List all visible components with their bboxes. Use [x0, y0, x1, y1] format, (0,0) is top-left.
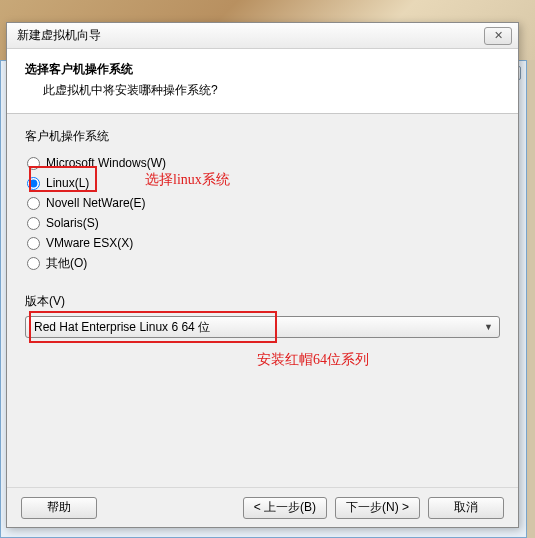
close-button[interactable]: ✕ — [484, 27, 512, 45]
header-subtitle: 此虚拟机中将安装哪种操作系统? — [25, 82, 500, 99]
titlebar: 新建虚拟机向导 ✕ — [7, 23, 518, 49]
os-option-esx[interactable]: VMware ESX(X) — [25, 233, 500, 253]
wizard-footer: 帮助 < 上一步(B) 下一步(N) > 取消 — [7, 487, 518, 527]
cancel-button[interactable]: 取消 — [428, 497, 504, 519]
os-option-windows[interactable]: Microsoft Windows(W) — [25, 153, 500, 173]
os-label-other: 其他(O) — [46, 255, 87, 272]
os-radio-netware[interactable] — [27, 197, 40, 210]
os-label-esx: VMware ESX(X) — [46, 236, 133, 250]
os-option-solaris[interactable]: Solaris(S) — [25, 213, 500, 233]
os-option-linux[interactable]: Linux(L) — [25, 173, 500, 193]
annotation-text-version: 安装红帽64位系列 — [257, 351, 369, 369]
wizard-dialog: 新建虚拟机向导 ✕ 选择客户机操作系统 此虚拟机中将安装哪种操作系统? 客户机操… — [6, 22, 519, 528]
next-button[interactable]: 下一步(N) > — [335, 497, 420, 519]
os-label-solaris: Solaris(S) — [46, 216, 99, 230]
wizard-header: 选择客户机操作系统 此虚拟机中将安装哪种操作系统? — [7, 49, 518, 114]
version-label: 版本(V) — [25, 293, 500, 310]
back-button[interactable]: < 上一步(B) — [243, 497, 327, 519]
os-option-other[interactable]: 其他(O) — [25, 253, 500, 273]
header-title: 选择客户机操作系统 — [25, 61, 500, 78]
os-label-linux: Linux(L) — [46, 176, 89, 190]
chevron-down-icon: ▼ — [484, 322, 493, 332]
os-radio-linux[interactable] — [27, 177, 40, 190]
os-radio-windows[interactable] — [27, 157, 40, 170]
os-radio-other[interactable] — [27, 257, 40, 270]
os-option-netware[interactable]: Novell NetWare(E) — [25, 193, 500, 213]
os-radio-esx[interactable] — [27, 237, 40, 250]
os-radio-group: Microsoft Windows(W) Linux(L) Novell Net… — [25, 153, 500, 273]
os-label-netware: Novell NetWare(E) — [46, 196, 146, 210]
window-title: 新建虚拟机向导 — [17, 27, 101, 44]
version-selected-value: Red Hat Enterprise Linux 6 64 位 — [34, 319, 210, 336]
os-radio-solaris[interactable] — [27, 217, 40, 230]
os-group-label: 客户机操作系统 — [25, 128, 500, 145]
help-button[interactable]: 帮助 — [21, 497, 97, 519]
version-dropdown[interactable]: Red Hat Enterprise Linux 6 64 位 ▼ — [25, 316, 500, 338]
wizard-body: 客户机操作系统 Microsoft Windows(W) Linux(L) No… — [7, 114, 518, 348]
os-label-windows: Microsoft Windows(W) — [46, 156, 166, 170]
close-icon: ✕ — [494, 29, 503, 42]
